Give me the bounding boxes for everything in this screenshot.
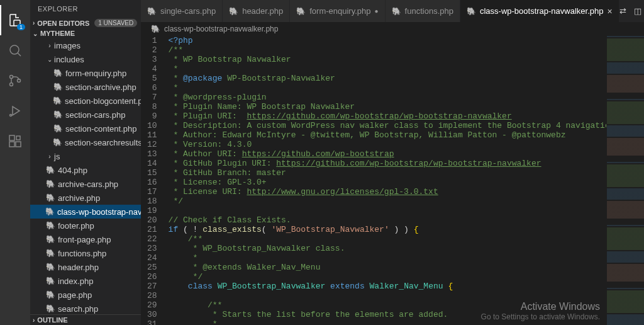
file-item[interactable]: 🐘archive-cars.php: [30, 177, 141, 191]
code-line[interactable]: * Plugin URI: https://github.com/wp-boot…: [169, 111, 606, 121]
code-line[interactable]: [169, 291, 606, 300]
code-line[interactable]: /**: [169, 45, 606, 55]
code-line[interactable]: *: [169, 253, 606, 263]
outline-header[interactable]: › OUTLINE: [30, 314, 141, 325]
source-control-icon[interactable]: [0, 66, 30, 96]
php-file-icon: 🐘: [53, 83, 63, 91]
compare-changes-icon[interactable]: ⇄: [619, 6, 626, 16]
folder-item[interactable]: ⌄includes: [30, 52, 141, 66]
code-line[interactable]: * Description: A custom WordPress nav wa…: [169, 121, 606, 130]
php-file-icon: 🐘: [45, 180, 55, 188]
code-line[interactable]: * @extends Walker_Nav_Menu: [169, 263, 606, 272]
minimap[interactable]: [606, 36, 644, 325]
tree-item-label: section-content.php: [65, 124, 136, 134]
file-item[interactable]: 🐘class-wp-bootstrap-navwalker.php: [30, 205, 141, 219]
php-file-icon: 🐘: [467, 7, 476, 16]
php-file-icon: 🐘: [45, 166, 55, 174]
tree-item-label: class-wp-bootstrap-navwalker.php: [57, 207, 141, 217]
close-tab-icon[interactable]: ×: [607, 6, 612, 16]
file-tree: ›images⌄includes🐘form-enquiry.php🐘sectio…: [30, 38, 141, 314]
php-file-icon: 🐘: [53, 124, 63, 133]
file-item[interactable]: 🐘archive.php: [30, 191, 141, 205]
file-item[interactable]: 🐘section-archive.php: [30, 80, 141, 94]
project-header[interactable]: ⌄ MYTHEME: [30, 28, 141, 38]
tree-item-label: section-searchresults.php: [65, 138, 141, 147]
breadcrumb[interactable]: 🐘 class-wp-bootstrap-navwalker.php: [141, 22, 644, 36]
split-editor-icon[interactable]: ◫: [634, 6, 641, 16]
project-label: MYTHEME: [40, 30, 75, 37]
code-line[interactable]: *: [169, 319, 606, 325]
file-item[interactable]: 🐘section-blogcontent.php: [30, 94, 141, 108]
code-line[interactable]: class WP_Bootstrap_Navwalker extends Wal…: [169, 282, 606, 291]
code-line[interactable]: * Author URI: https://github.com/wp-boot…: [169, 149, 606, 159]
code-line[interactable]: * License URI: http://www.gnu.org/licens…: [169, 187, 606, 197]
tab-actions: ⇄ ◫ ⋯: [619, 0, 644, 22]
code-line[interactable]: /**: [169, 300, 606, 310]
open-editors-label: OPEN EDITORS: [37, 20, 89, 27]
code-line[interactable]: * WP Bootstrap Navwalker: [169, 55, 606, 64]
code-line[interactable]: */: [169, 272, 606, 282]
code-line[interactable]: * License: GPL-3.0+: [169, 178, 606, 187]
file-item[interactable]: 🐘section-searchresults.php: [30, 135, 141, 149]
debug-icon[interactable]: [0, 96, 30, 126]
file-item[interactable]: 🐘form-enquiry.php: [30, 66, 141, 80]
svg-point-0: [10, 45, 19, 54]
file-item[interactable]: 🐘index.php: [30, 274, 141, 288]
file-item[interactable]: 🐘404.php: [30, 163, 141, 177]
folder-item[interactable]: ›js: [30, 149, 141, 163]
line-numbers: 1234567891011121314151617181920212223242…: [141, 36, 169, 325]
code-line[interactable]: * Plugin Name: WP Bootstrap Navwalker: [169, 102, 606, 111]
tree-item-label: search.php: [58, 304, 98, 314]
editor-tab[interactable]: 🐘header.php: [223, 0, 290, 22]
file-item[interactable]: 🐘header.php: [30, 260, 141, 274]
code-line[interactable]: */: [169, 197, 606, 206]
file-item[interactable]: 🐘page.php: [30, 288, 141, 302]
editor-tab[interactable]: 🐘single-cars.php: [141, 0, 223, 22]
svg-point-1: [10, 76, 13, 79]
code-line[interactable]: <?php: [169, 36, 606, 45]
file-item[interactable]: 🐘section-content.php: [30, 122, 141, 135]
outline-label: OUTLINE: [37, 316, 67, 324]
tab-label: class-wp-bootstrap-navwalker.php: [480, 6, 604, 16]
code-line[interactable]: * WP_Bootstrap_Navwalker class.: [169, 244, 606, 253]
file-item[interactable]: 🐘functions.php: [30, 246, 141, 260]
code-line[interactable]: * GitHub Plugin URI: https://github.com/…: [169, 159, 606, 168]
extensions-icon[interactable]: [0, 126, 30, 156]
svg-rect-8: [16, 136, 20, 140]
file-item[interactable]: 🐘section-cars.php: [30, 108, 141, 122]
code-line[interactable]: * @package WP-Bootstrap-Navwalker: [169, 74, 606, 83]
editor-tab[interactable]: 🐘functions.php: [386, 0, 460, 22]
explorer-icon[interactable]: 1: [0, 5, 30, 35]
chevron-icon: ›: [45, 153, 54, 160]
code-line[interactable]: // Check if Class Exists.: [169, 215, 606, 225]
file-item[interactable]: 🐘front-page.php: [30, 232, 141, 246]
code-line[interactable]: * @wordpress-plugin: [169, 93, 606, 102]
php-file-icon: 🐘: [45, 277, 55, 285]
open-editors-header[interactable]: › OPEN EDITORS 1 UNSAVED: [30, 18, 141, 28]
tab-label: single-cars.php: [160, 6, 216, 16]
code-line[interactable]: *: [169, 83, 606, 93]
breadcrumb-file: class-wp-bootstrap-navwalker.php: [164, 25, 278, 33]
svg-point-2: [10, 83, 13, 86]
file-item[interactable]: 🐘footer.php: [30, 219, 141, 232]
code[interactable]: <?php/** * WP Bootstrap Navwalker * * @p…: [169, 36, 606, 325]
search-icon[interactable]: [0, 35, 30, 66]
code-line[interactable]: /**: [169, 234, 606, 244]
code-line[interactable]: * Version: 4.3.0: [169, 140, 606, 149]
code-line[interactable]: *: [169, 64, 606, 74]
code-line[interactable]: [169, 206, 606, 215]
php-file-icon: 🐘: [53, 110, 63, 119]
tree-item-label: section-blogcontent.php: [65, 96, 141, 106]
code-line[interactable]: if ( ! class_exists( 'WP_Bootstrap_Navwa…: [169, 225, 606, 234]
code-line[interactable]: * Starts the list before the elements ar…: [169, 310, 606, 319]
folder-item[interactable]: ›images: [30, 38, 141, 52]
code-line[interactable]: * Author: Edward McIntyre - @twittem, WP…: [169, 130, 606, 140]
svg-rect-7: [16, 142, 21, 147]
code-line[interactable]: * GitHub Branch: master: [169, 168, 606, 178]
file-item[interactable]: 🐘search.php: [30, 302, 141, 314]
editor-tab[interactable]: 🐘form-enquiry.php●: [290, 0, 385, 22]
editor-tab[interactable]: 🐘class-wp-bootstrap-navwalker.php×: [460, 0, 619, 22]
svg-point-4: [10, 115, 12, 117]
tree-item-label: 404.php: [58, 166, 87, 175]
php-file-icon: 🐘: [392, 7, 401, 16]
